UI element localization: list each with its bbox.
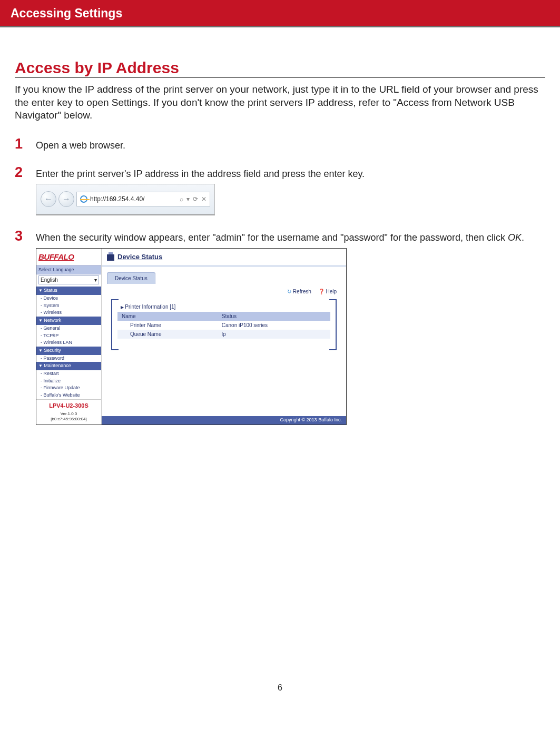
cat-network: Network [36, 317, 101, 325]
sidebar-item-general: General [36, 325, 101, 332]
step-1: 1 Open a web browser. [15, 137, 545, 152]
forward-icon: → [58, 191, 74, 207]
step-text: Enter the print server's IP address in t… [36, 169, 365, 179]
col-name: Name [117, 312, 218, 321]
sidebar-item-initialize: Initialize [36, 378, 101, 385]
cell-printer-status: Canon iP100 series [218, 321, 330, 330]
refresh-icon: ↻ [287, 289, 291, 294]
language-select: English ▾ [38, 275, 99, 284]
step-3: 3 When the security window appears, ente… [15, 229, 545, 425]
main-panel: Device Status Device Status ↻ Refresh ❓ … [102, 249, 346, 425]
page-number: 6 [15, 683, 545, 703]
sidebar-item-system: System [36, 302, 101, 310]
admin-panel-screenshot: BUFFALO Select Language English ▾ Status… [36, 248, 347, 425]
sidebar-item-password: Password [36, 355, 101, 362]
tab-device-status: Device Status [107, 272, 155, 284]
back-icon: ← [41, 191, 56, 207]
cell-printer-name: Printer Name [117, 321, 218, 330]
step-body: When the security window appears, enter … [36, 229, 545, 425]
cat-status: Status [36, 287, 101, 295]
select-language-label: Select Language [36, 265, 101, 275]
address-bar: http://169.254.4.40/ ⌕ ▾ ⟳ ✕ [76, 192, 210, 206]
cat-maintenance: Maintenance [36, 362, 101, 370]
ie-icon [80, 195, 87, 203]
sidebar-item-wireless: Wireless [36, 309, 101, 317]
sidebar-item-device: Device [36, 295, 101, 302]
step-text-a: When the security window appears, enter … [36, 232, 508, 243]
col-status: Status [218, 312, 330, 321]
refresh-link: ↻ Refresh [287, 289, 311, 294]
sidebar-item-tcpip: TCP/IP [36, 332, 101, 340]
sidebar-item-website: Buffalo's Website [36, 392, 101, 399]
printer-icon [107, 254, 114, 261]
stop-icon: ✕ [201, 195, 207, 204]
chevron-down-icon: ▾ [94, 277, 97, 283]
model-label: LPV4-U2-300S [36, 399, 101, 411]
section-title: Access by IP Address [15, 59, 545, 78]
step-text-b: . [522, 232, 524, 243]
step-number: 2 [15, 165, 36, 180]
language-value: English [41, 277, 58, 283]
search-icon: ⌕ [180, 195, 183, 204]
step-2: 2 Enter the print server's IP address in… [15, 165, 545, 215]
dropdown-icon: ▾ [186, 195, 190, 204]
sidebar-item-fwupdate: Firmware Update [36, 384, 101, 392]
tab-row: Device Status [102, 267, 346, 284]
action-row: ↻ Refresh ❓ Help [102, 284, 346, 299]
printer-table: NameStatus Printer NameCanon iP100 serie… [117, 312, 330, 339]
printer-info-header: Printer Information [1] [117, 302, 330, 311]
step-body: Enter the print server's IP address in t… [36, 165, 545, 215]
help-icon: ❓ [318, 289, 325, 294]
browser-screenshot: ← → http://169.254.4.40/ ⌕ ▾ ⟳ ✕ [36, 184, 215, 215]
chapter-title: Accessing Settings [11, 6, 122, 20]
help-link: ❓ Help [318, 289, 337, 294]
info-box: Printer Information [1] NameStatus Print… [111, 299, 337, 348]
url-text: http://169.254.4.40/ [90, 195, 144, 204]
address-tools: ⌕ ▾ ⟳ ✕ [180, 195, 207, 204]
version-label: Ver.1.0.0[b0:c7:45:96:00:04] [36, 411, 101, 425]
page-content: Access by IP Address If you know the IP … [0, 27, 560, 719]
main-title: Device Status [117, 253, 162, 262]
cell-queue-name: Queue Name [117, 330, 218, 339]
step-text: Open a web browser. [36, 137, 545, 152]
cat-security: Security [36, 347, 101, 355]
buffalo-logo: BUFFALO [36, 249, 101, 265]
section-intro: If you know the IP address of the print … [15, 83, 545, 122]
ok-text: OK [508, 232, 522, 243]
copyright: Copyright © 2013 Buffalo Inc. [102, 416, 346, 425]
sidebar: BUFFALO Select Language English ▾ Status… [36, 249, 102, 425]
step-number: 3 [15, 229, 36, 243]
step-number: 1 [15, 137, 36, 151]
sidebar-item-restart: Restart [36, 370, 101, 378]
sidebar-item-wlan: Wireless LAN [36, 339, 101, 347]
refresh-icon: ⟳ [193, 195, 198, 204]
main-title-row: Device Status [102, 249, 346, 267]
chapter-header: Accessing Settings [0, 0, 560, 27]
cell-queue-status: lp [218, 330, 330, 339]
